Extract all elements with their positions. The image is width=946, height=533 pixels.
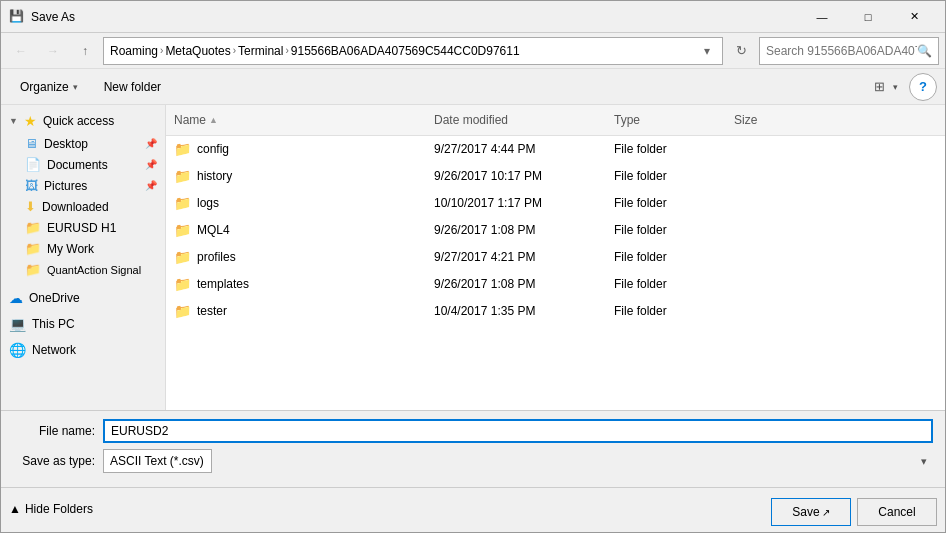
sidebar-item-desktop-label: Desktop xyxy=(44,137,88,151)
sidebar-onedrive-label: OneDrive xyxy=(29,291,80,305)
sidebar-item-mywork-label: My Work xyxy=(47,242,94,256)
file-type-cell: File folder xyxy=(606,167,726,185)
sidebar-item-quantaction-label: QuantAction Signal xyxy=(47,264,141,276)
save-button[interactable]: Save ↗ xyxy=(771,498,851,526)
sidebar: ▼ ★ Quick access 🖥 Desktop 📌 📄 Documents… xyxy=(1,105,166,410)
cursor-indicator: ↗ xyxy=(822,507,830,518)
save-as-dialog: 💾 Save As — □ ✕ ← → ↑ Roaming › MetaQuot… xyxy=(0,0,946,533)
folder-icon: 📁 xyxy=(174,195,191,211)
help-button[interactable]: ? xyxy=(909,73,937,101)
path-segment-3: Terminal xyxy=(238,44,283,58)
table-row[interactable]: 📁 config 9/27/2017 4:44 PM File folder xyxy=(166,136,945,163)
file-name-text: tester xyxy=(197,304,227,318)
up-button[interactable]: ↑ xyxy=(71,37,99,65)
documents-icon: 📄 xyxy=(25,157,41,172)
col-header-size[interactable]: Size xyxy=(726,109,806,131)
new-folder-button[interactable]: New folder xyxy=(93,73,172,101)
sidebar-item-pictures-label: Pictures xyxy=(44,179,87,193)
cancel-button[interactable]: Cancel xyxy=(857,498,937,526)
col-header-date[interactable]: Date modified xyxy=(426,109,606,131)
folder-icon: 📁 xyxy=(174,303,191,319)
file-name-cell: 📁 tester xyxy=(166,301,426,321)
address-bar-row: ← → ↑ Roaming › MetaQuotes › Terminal › … xyxy=(1,33,945,69)
sidebar-item-downloaded-label: Downloaded xyxy=(42,200,109,214)
address-bar[interactable]: Roaming › MetaQuotes › Terminal › 915566… xyxy=(103,37,723,65)
col-header-name[interactable]: Name ▲ xyxy=(166,109,426,131)
file-size-cell xyxy=(726,282,806,286)
quick-access-icon: ★ xyxy=(24,113,37,129)
folder-icon: 📁 xyxy=(174,276,191,292)
pictures-icon: 🖼 xyxy=(25,178,38,193)
refresh-button[interactable]: ↻ xyxy=(727,37,755,65)
sidebar-item-pictures[interactable]: 🖼 Pictures 📌 xyxy=(1,175,165,196)
desktop-icon: 🖥 xyxy=(25,136,38,151)
file-date-cell: 10/10/2017 1:17 PM xyxy=(426,194,606,212)
table-row[interactable]: 📁 tester 10/4/2017 1:35 PM File folder xyxy=(166,298,945,325)
file-name-text: logs xyxy=(197,196,219,210)
quantaction-icon: 📁 xyxy=(25,262,41,277)
hide-folders-button[interactable]: ▲ Hide Folders xyxy=(9,502,93,516)
folder-icon: 📁 xyxy=(174,168,191,184)
maximize-button[interactable]: □ xyxy=(845,1,891,33)
sidebar-item-eurusd[interactable]: 📁 EURUSD H1 xyxy=(1,217,165,238)
filetype-row: Save as type: ASCII Text (*.csv) xyxy=(13,449,933,473)
window-icon: 💾 xyxy=(9,9,25,25)
table-row[interactable]: 📁 MQL4 9/26/2017 1:08 PM File folder xyxy=(166,217,945,244)
table-row[interactable]: 📁 logs 10/10/2017 1:17 PM File folder xyxy=(166,190,945,217)
sidebar-item-eurusd-label: EURUSD H1 xyxy=(47,221,116,235)
file-list-area: Name ▲ Date modified Type Size 📁 config xyxy=(166,105,945,410)
pin-icon-docs: 📌 xyxy=(145,159,157,170)
view-dropdown-arrow[interactable]: ▾ xyxy=(893,82,898,92)
chevron-icon: ▼ xyxy=(9,116,18,126)
file-size-cell xyxy=(726,174,806,178)
forward-button: → xyxy=(39,37,67,65)
file-type-cell: File folder xyxy=(606,221,726,239)
sidebar-onedrive[interactable]: ☁ OneDrive xyxy=(1,286,165,310)
close-button[interactable]: ✕ xyxy=(891,1,937,33)
search-input[interactable] xyxy=(766,44,917,58)
col-header-type[interactable]: Type xyxy=(606,109,726,131)
filename-input[interactable] xyxy=(103,419,933,443)
bottom-bar: File name: Save as type: ASCII Text (*.c… xyxy=(1,410,945,487)
file-size-cell xyxy=(726,201,806,205)
organize-button[interactable]: Organize ▾ xyxy=(9,73,89,101)
sidebar-item-quantaction[interactable]: 📁 QuantAction Signal xyxy=(1,259,165,280)
sidebar-item-documents[interactable]: 📄 Documents 📌 xyxy=(1,154,165,175)
path-segment-2: MetaQuotes xyxy=(165,44,230,58)
file-date-cell: 9/26/2017 1:08 PM xyxy=(426,275,606,293)
table-row[interactable]: 📁 templates 9/26/2017 1:08 PM File folde… xyxy=(166,271,945,298)
file-type-cell: File folder xyxy=(606,140,726,158)
file-size-cell xyxy=(726,309,806,313)
file-type-cell: File folder xyxy=(606,248,726,266)
search-box[interactable]: 🔍 xyxy=(759,37,939,65)
address-dropdown-btn[interactable]: ▾ xyxy=(698,44,716,58)
file-name-cell: 📁 logs xyxy=(166,193,426,213)
hide-folders-arrow-icon: ▲ xyxy=(9,502,21,516)
sidebar-item-downloaded[interactable]: ⬇ Downloaded xyxy=(1,196,165,217)
window-controls: — □ ✕ xyxy=(799,1,937,33)
sidebar-item-mywork[interactable]: 📁 My Work xyxy=(1,238,165,259)
sidebar-quick-access-header[interactable]: ▼ ★ Quick access xyxy=(1,109,165,133)
file-name-cell: 📁 templates xyxy=(166,274,426,294)
sidebar-section-quick-access: ▼ ★ Quick access 🖥 Desktop 📌 📄 Documents… xyxy=(1,109,165,280)
mywork-icon: 📁 xyxy=(25,241,41,256)
sidebar-item-desktop[interactable]: 🖥 Desktop 📌 xyxy=(1,133,165,154)
filename-row: File name: xyxy=(13,419,933,443)
sidebar-thispc[interactable]: 💻 This PC xyxy=(1,312,165,336)
path-segment-1: Roaming xyxy=(110,44,158,58)
filetype-select[interactable]: ASCII Text (*.csv) xyxy=(103,449,212,473)
title-bar: 💾 Save As — □ ✕ xyxy=(1,1,945,33)
view-button[interactable]: ⊞ xyxy=(865,73,893,101)
file-name-text: profiles xyxy=(197,250,236,264)
search-icon: 🔍 xyxy=(917,44,932,58)
minimize-button[interactable]: — xyxy=(799,1,845,33)
file-type-cell: File folder xyxy=(606,302,726,320)
sidebar-thispc-label: This PC xyxy=(32,317,75,331)
file-name-cell: 📁 config xyxy=(166,139,426,159)
pin-icon-pics: 📌 xyxy=(145,180,157,191)
file-date-cell: 9/26/2017 1:08 PM xyxy=(426,221,606,239)
pin-icon: 📌 xyxy=(145,138,157,149)
table-row[interactable]: 📁 history 9/26/2017 10:17 PM File folder xyxy=(166,163,945,190)
sidebar-network[interactable]: 🌐 Network xyxy=(1,338,165,362)
table-row[interactable]: 📁 profiles 9/27/2017 4:21 PM File folder xyxy=(166,244,945,271)
